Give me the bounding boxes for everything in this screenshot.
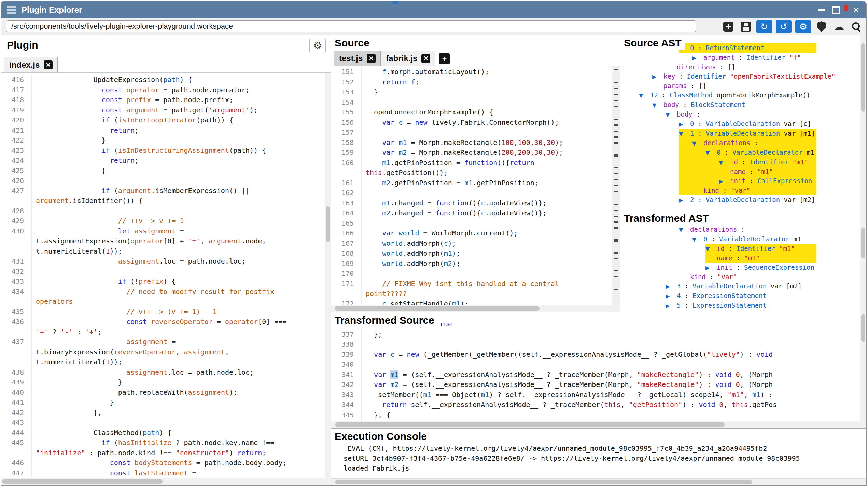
ast-node[interactable]: ▶5 : ExpressionStatement — [621, 301, 860, 310]
code-line[interactable]: 433 if (!prefix) { — [1, 276, 325, 287]
collapse-arrow-icon[interactable]: ▼ — [679, 129, 690, 138]
ast-node[interactable]: params : [] — [621, 81, 860, 91]
ast-node[interactable]: kind : "var" — [621, 272, 860, 282]
ast-node[interactable]: ▶key : Identifier "openFabrikTextListExa… — [621, 72, 860, 81]
code-line[interactable]: 439 } — [1, 377, 325, 388]
code-line[interactable]: 443 — [1, 418, 325, 428]
collapse-arrow-icon[interactable]: ▼ — [679, 225, 690, 234]
scrollbar-thumb[interactable] — [335, 480, 752, 484]
expand-arrow-icon[interactable]: ▶ — [666, 301, 677, 310]
transformed-source-vertical-scrollbar[interactable] — [860, 312, 866, 421]
source-code-editor[interactable]: 151 f.morph.automaticLayout();152 return… — [331, 66, 612, 305]
code-line[interactable]: 172 c.setStartHandle(m1); — [331, 299, 612, 305]
code-line[interactable]: 434 // need to modify result for postfix… — [1, 287, 325, 307]
code-line[interactable]: 431 assignment.loc = path.node.loc; — [1, 256, 325, 267]
add-button[interactable]: + — [722, 20, 735, 33]
console-output[interactable]: EVAL (CM), https://lively-kernel.org/liv… — [344, 444, 859, 473]
cloud-button[interactable]: ☁ — [832, 20, 846, 33]
search-button[interactable] — [850, 20, 863, 33]
expand-arrow-icon[interactable]: ▶ — [666, 282, 677, 291]
collapse-arrow-icon[interactable]: ▼ — [719, 158, 730, 167]
ast-node[interactable]: ▶3 : VariableDeclaration var [m2] — [621, 282, 860, 291]
add-tab-button[interactable]: + — [439, 53, 450, 64]
code-line[interactable]: 151 f.morph.automaticLayout(); — [331, 67, 612, 77]
ast-node[interactable]: ▶0 : VariableDeclaration var [c] — [621, 119, 860, 129]
ast-node[interactable]: ▼0 : VariableDeclarator m1 — [621, 148, 860, 158]
ast-node[interactable]: ▼id : Identifier "m1" — [621, 244, 860, 254]
code-line[interactable]: 436 const reverseOperator = operator[0] … — [1, 317, 325, 337]
code-line[interactable]: 152 return f; — [331, 77, 612, 87]
ast-node[interactable]: directives : [] — [621, 63, 860, 72]
code-line[interactable]: 432 — [1, 267, 325, 277]
ast-node[interactable]: ▼12 : ClassMethod openFabrikMorphExample… — [621, 91, 860, 100]
collapse-arrow-icon[interactable]: ▼ — [692, 235, 703, 244]
code-line[interactable]: 157 — [331, 127, 612, 138]
expand-arrow-icon[interactable]: ▶ — [666, 292, 677, 301]
ast-node[interactable]: ▼declarations : — [621, 225, 860, 234]
code-line[interactable]: 426 — [1, 176, 325, 186]
tab-test-js[interactable]: test.js ✕ — [334, 51, 381, 66]
menu-icon[interactable] — [7, 6, 16, 14]
collapse-arrow-icon[interactable]: ▼ — [639, 91, 650, 100]
ast-node[interactable]: ▶init : CallExpression — [621, 176, 860, 186]
close-tab-icon[interactable]: ✕ — [421, 54, 430, 63]
code-line[interactable]: 440 path.replaceWith(assignment); — [1, 388, 325, 398]
close-tab-icon[interactable]: ✕ — [367, 54, 376, 63]
code-line[interactable]: 441 } — [1, 397, 325, 408]
code-line[interactable]: 424 return; — [1, 156, 325, 166]
ast-node[interactable]: ▼body : — [621, 110, 860, 119]
code-line[interactable]: 154 — [331, 97, 612, 108]
code-line[interactable]: 446 const bodyStatements = path.node.bod… — [1, 458, 325, 468]
sync-alt-button[interactable]: ↺ — [776, 20, 792, 33]
scrollbar-thumb[interactable] — [2, 479, 163, 484]
workspace-path-input[interactable] — [6, 20, 696, 32]
plugin-code-editor[interactable]: 416 UpdateExpression(path) {417 const op… — [1, 73, 325, 478]
expand-arrow-icon[interactable]: ▶ — [719, 177, 730, 186]
minimize-button[interactable] — [814, 4, 829, 16]
collapse-arrow-icon[interactable]: ▼ — [652, 100, 663, 110]
ast-node[interactable]: name : "m1" — [621, 254, 860, 263]
settings-button[interactable]: ⚙ — [795, 20, 811, 33]
titlebar[interactable]: Plugin Explorer × — [1, 1, 866, 19]
collapse-arrow-icon[interactable]: ▼ — [692, 139, 703, 148]
transformed-ast-tree[interactable]: ▼declarations :▼0 : VariableDeclarator m… — [621, 225, 860, 310]
code-line[interactable]: 171 // FIXME Why isnt this handled at a … — [331, 279, 612, 299]
code-line[interactable]: 425 } — [1, 166, 325, 176]
transformed-ast-scrollbar[interactable] — [860, 211, 866, 312]
ast-node[interactable]: ▼id : Identifier "m1" — [621, 158, 860, 167]
code-line[interactable]: 170 — [331, 269, 612, 279]
code-line[interactable]: 162 — [331, 188, 612, 198]
plugin-horizontal-scrollbar[interactable] — [1, 478, 331, 485]
scrollbar-thumb[interactable] — [861, 228, 865, 258]
ast-node[interactable]: ▼0 : VariableDeclarator m1 — [621, 234, 860, 244]
code-line[interactable]: 435 // v++ -> (v += 1) - 1 — [1, 307, 325, 317]
code-line[interactable]: 442 }, — [1, 408, 325, 418]
code-line[interactable]: 416 UpdateExpression(path) { — [1, 75, 325, 85]
plugin-settings-button[interactable]: ⚙ — [309, 38, 326, 53]
ast-node[interactable]: ▶2 : VariableDeclaration var [m2] — [621, 195, 860, 205]
code-line[interactable]: 420 if (isInForLoopIterator(path)) { — [1, 115, 325, 125]
code-line[interactable]: 417 const operator = path.node.operator; — [1, 85, 325, 95]
code-line[interactable]: 153 } — [331, 87, 612, 97]
code-line[interactable]: 160 m1.getPinPosition = function(){retur… — [331, 158, 612, 178]
source-horizontal-scrollbar[interactable] — [331, 305, 620, 312]
ast-node[interactable]: kind : "var" — [621, 186, 860, 195]
ast-node[interactable]: ▶4 : ExpressionStatement — [621, 291, 860, 301]
collapse-arrow-icon[interactable]: ▼ — [666, 110, 677, 119]
expand-arrow-icon[interactable]: ▶ — [692, 53, 703, 63]
transformed-source-horizontal-scrollbar[interactable] — [331, 421, 866, 428]
save-button[interactable] — [739, 20, 753, 33]
code-line[interactable]: 423 if (isInDestructuringAssignment(path… — [1, 146, 325, 156]
code-line[interactable]: 337 }; — [331, 329, 860, 340]
scrollbar-thumb[interactable] — [335, 422, 725, 427]
ast-node[interactable]: ▼1 : VariableDeclaration var [m1] — [621, 129, 860, 138]
code-line[interactable]: 158 var m1 = Morph.makeRectangle(100,100… — [331, 138, 612, 148]
code-line[interactable]: 343 _setMember((m1 === Object(m1) ? self… — [331, 390, 860, 400]
code-line[interactable]: 344 return self.__expressionAnalysisMode… — [331, 400, 860, 410]
code-line[interactable]: 164 m2.changed = function(){c.updateView… — [331, 208, 612, 218]
close-button[interactable]: × — [849, 4, 863, 16]
close-tab-icon[interactable]: ✕ — [44, 60, 53, 69]
code-line[interactable]: 159 var m2 = Morph.makeRectangle(200,200… — [331, 148, 612, 158]
code-line[interactable]: 156 var c = new lively.Fabrik.ConnectorM… — [331, 118, 612, 128]
tab-index-js[interactable]: index.js ✕ — [4, 57, 58, 72]
